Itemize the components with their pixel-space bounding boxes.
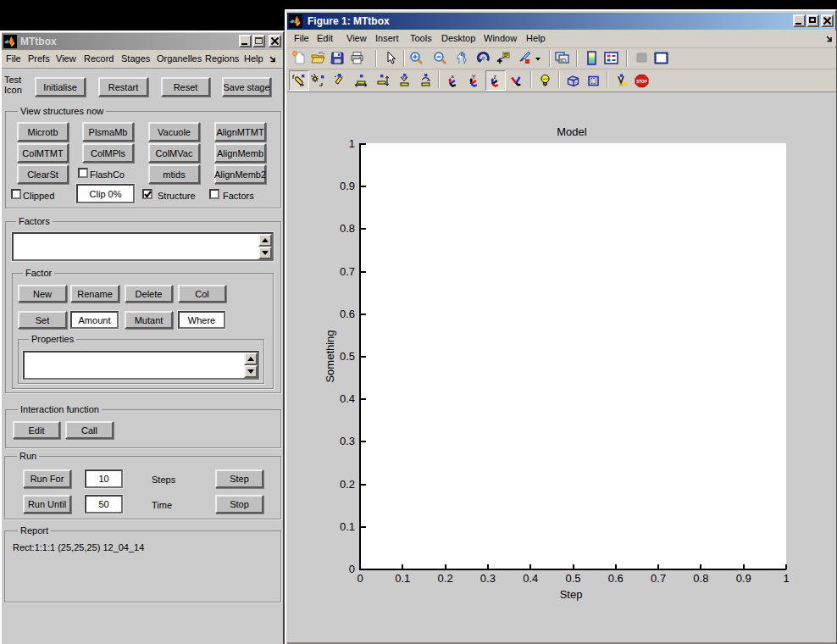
svg-text:z: z	[493, 74, 496, 80]
svg-text:×: ×	[451, 74, 454, 80]
svg-text:Y: Y	[472, 74, 476, 80]
svg-text:STOP: STOP	[636, 80, 646, 84]
